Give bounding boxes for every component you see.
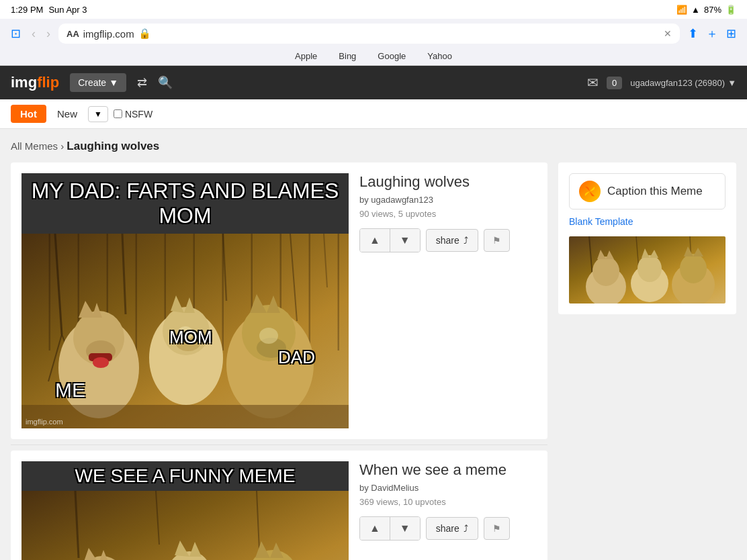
forward-button[interactable]: › — [44, 24, 53, 44]
meme-image-area: MY DAD: FARTS AND BLAMES MOM — [21, 173, 349, 428]
user-dropdown-icon: ▼ — [728, 78, 736, 88]
battery-display: 87% — [704, 5, 721, 15]
share-icon-2: ⤴ — [464, 523, 468, 534]
pinwheel-icon — [583, 185, 597, 198]
logo-flip: flip — [37, 74, 59, 91]
sidebar-toggle-button[interactable]: ⊡ — [8, 24, 24, 44]
svg-point-49 — [592, 256, 619, 286]
svg-line-5 — [223, 234, 226, 301]
back-button[interactable]: ‹ — [29, 24, 38, 44]
svg-marker-50 — [597, 250, 606, 259]
user-menu-button[interactable]: ugadawgfan123 (26980) ▼ — [630, 78, 736, 88]
me-label: ME — [55, 379, 85, 402]
url-text: imgflip.com — [83, 28, 134, 40]
status-bar: 1:29 PM Sun Apr 3 📶 ▲ 87% 🔋 — [0, 0, 747, 19]
mom-label: MOM — [169, 327, 212, 348]
tabs-button[interactable]: ⊞ — [723, 23, 739, 44]
meme-top-text-2: WE SEE A FUNNY MEME — [21, 461, 349, 491]
share-icon: ⤴ — [464, 235, 468, 246]
notification-badge: 0 — [607, 77, 622, 89]
bookmark-apple[interactable]: Apple — [295, 51, 317, 61]
svg-rect-27 — [21, 405, 349, 428]
downvote-button[interactable]: ▼ — [390, 229, 420, 252]
svg-marker-59 — [693, 248, 703, 256]
flag-button-2[interactable]: ⚑ — [484, 517, 510, 540]
imgflip-logo[interactable]: imgflip — [11, 74, 59, 91]
browser-toolbar: ⊡ ‹ › AA imgflip.com 🔒 ✕ ⬆ ＋ ⊞ — [0, 19, 747, 48]
new-tab-button[interactable]: ＋ — [703, 23, 721, 44]
filter-dropdown-button[interactable]: ▼ — [88, 106, 108, 122]
bookmark-yahoo[interactable]: Yahoo — [427, 51, 452, 61]
sidebar-wolves-image — [569, 236, 726, 304]
blank-template-link[interactable]: Blank Template — [569, 216, 726, 227]
meme-info: Laughing wolves by ugadawgfan123 90 view… — [359, 173, 537, 428]
wifi-icon: ▲ — [691, 5, 700, 15]
vote-group-2: ▲ ▼ — [359, 516, 421, 541]
nav-icons: ⇄ 🔍 — [137, 75, 173, 90]
meme-title-2: When we see a meme — [359, 461, 537, 479]
meme-image-2 — [21, 491, 349, 560]
wolf-canvas — [569, 236, 726, 304]
browser-actions: ⬆ ＋ ⊞ — [685, 23, 739, 44]
meme-author-2: by DavidMelius — [359, 483, 537, 493]
author-name: ugadawgfan123 — [371, 195, 433, 205]
divider — [11, 445, 547, 445]
search-button[interactable]: 🔍 — [158, 75, 173, 90]
meme-title: Laughing wolves — [359, 173, 537, 191]
page-content: All Memes › Laughing wolves MY DAD: FART… — [0, 129, 747, 560]
upvote-button[interactable]: ▲ — [360, 229, 390, 252]
svg-marker-42 — [255, 541, 270, 558]
svg-marker-54 — [642, 248, 650, 258]
svg-marker-24 — [267, 295, 280, 313]
logo-img: img — [11, 74, 37, 91]
aa-label[interactable]: AA — [67, 29, 79, 39]
bookmark-bing[interactable]: Bing — [339, 51, 356, 61]
breadcrumb-all-memes[interactable]: All Memes — [11, 140, 58, 152]
meme-actions: ▲ ▼ share ⤴ ⚑ — [359, 228, 537, 252]
share-button[interactable]: ⬆ — [685, 23, 701, 44]
svg-marker-38 — [175, 541, 189, 557]
nsfw-checkbox-label[interactable]: NSFW — [114, 109, 152, 120]
caption-meme-button[interactable]: Caption this Meme — [569, 173, 726, 209]
breadcrumb-separator: › — [60, 140, 64, 152]
svg-marker-58 — [684, 246, 693, 256]
mail-button[interactable]: ✉ — [587, 75, 599, 91]
svg-line-30 — [156, 491, 159, 545]
flag-button[interactable]: ⚑ — [484, 229, 510, 252]
meme-actions-2: ▲ ▼ share ⤴ ⚑ — [359, 516, 537, 541]
share-button[interactable]: share ⤴ — [426, 229, 478, 252]
create-button[interactable]: Create ▼ — [70, 73, 126, 92]
nav-right: ✉ 0 ugadawgfan123 (26980) ▼ — [587, 75, 736, 91]
nsfw-checkbox[interactable] — [114, 109, 122, 118]
svg-marker-39 — [189, 542, 202, 557]
downvote-button-2[interactable]: ▼ — [390, 517, 420, 540]
svg-point-37 — [167, 551, 212, 560]
svg-marker-23 — [250, 294, 267, 313]
wolves-svg-2 — [21, 491, 349, 560]
meme-card-2: WE SEE A FUNNY MEME — [11, 451, 547, 560]
sidebar: Caption this Meme Blank Template — [558, 162, 736, 560]
upvote-button-2[interactable]: ▲ — [360, 517, 390, 540]
svg-marker-18 — [184, 297, 195, 313]
svg-line-6 — [290, 234, 297, 321]
time-display: 1:29 PM — [11, 5, 43, 15]
status-left: 1:29 PM Sun Apr 3 — [11, 5, 87, 15]
lock-icon: 🔒 — [138, 28, 151, 40]
svg-marker-51 — [606, 250, 614, 259]
author-by: by — [359, 195, 371, 205]
hot-filter-button[interactable]: Hot — [11, 105, 46, 123]
new-filter-button[interactable]: New — [52, 105, 83, 123]
meme-author: by ugadawgfan123 — [359, 195, 537, 205]
address-bar[interactable]: AA imgflip.com 🔒 ✕ — [58, 24, 680, 44]
svg-line-45 — [589, 236, 592, 277]
bookmark-google[interactable]: Google — [378, 51, 406, 61]
share-button-2[interactable]: share ⤴ — [426, 517, 478, 540]
caption-label: Caption this Meme — [607, 185, 703, 198]
create-label: Create — [78, 77, 106, 88]
shuffle-button[interactable]: ⇄ — [137, 75, 147, 90]
signal-icon: 📶 — [676, 5, 687, 15]
author-name-2: DavidMelius — [371, 483, 419, 493]
clear-url-button[interactable]: ✕ — [664, 28, 672, 39]
meme-info-2: When we see a meme by DavidMelius 369 vi… — [359, 461, 537, 560]
svg-marker-11 — [92, 303, 102, 318]
